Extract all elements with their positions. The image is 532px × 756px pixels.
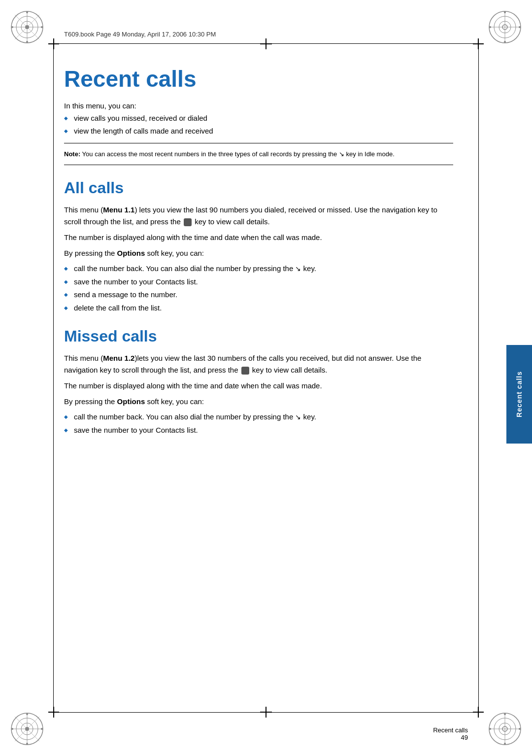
corner-decoration-br — [488, 712, 522, 746]
corner-decoration-tr — [488, 10, 522, 44]
all-calls-bullet-2: save the number to your Contacts list. — [64, 276, 453, 288]
svg-point-18 — [504, 11, 506, 13]
all-calls-para-3: By pressing the Options soft key, you ca… — [64, 247, 453, 259]
svg-point-20 — [489, 26, 491, 28]
top-border-line — [54, 43, 478, 44]
missed-calls-para-3: By pressing the Options soft key, you ca… — [64, 396, 453, 408]
intro-bullet-1: view calls you missed, received or diale… — [64, 113, 453, 124]
svg-point-11 — [41, 26, 43, 28]
footer-label: Recent calls — [433, 726, 468, 734]
svg-point-21 — [519, 26, 521, 28]
section-all-calls: All calls This menu (Menu 1.1) lets you … — [64, 179, 453, 313]
all-calls-para-1: This menu (Menu 1.1) lets you view the l… — [64, 204, 453, 228]
intro-lead: In this menu, you can: — [64, 102, 453, 110]
right-tab-label: Recent calls — [515, 371, 523, 417]
divider-2 — [64, 165, 453, 165]
missed-calls-para-2: The number is displayed along with the t… — [64, 380, 453, 392]
page-title: Recent calls — [64, 67, 453, 92]
section-missed-calls: Missed calls This menu (Menu 1.2)lets yo… — [64, 327, 453, 436]
missed-calls-bullet-1: call the number back. You can also dial … — [64, 412, 453, 423]
intro-section: In this menu, you can: view calls you mi… — [64, 102, 453, 137]
svg-point-33 — [41, 728, 43, 730]
svg-point-41 — [504, 743, 506, 745]
all-calls-bullet-3: send a message to the number. — [64, 289, 453, 301]
intro-bullet-2: view the length of calls made and receiv… — [64, 126, 453, 137]
svg-point-31 — [26, 743, 28, 745]
footer: Recent calls 49 — [433, 726, 468, 741]
bottom-border-line — [54, 712, 478, 713]
missed-calls-bullet-2: save the number to your Contacts list. — [64, 425, 453, 436]
corner-decoration-tl — [10, 10, 44, 44]
svg-point-40 — [504, 713, 506, 715]
all-calls-bullet-4: delete the call from the list. — [64, 303, 453, 314]
svg-point-9 — [26, 41, 28, 43]
header-file-info: T609.book Page 49 Monday, April 17, 2006… — [64, 31, 216, 38]
note-text: You can access the most recent numbers i… — [82, 150, 395, 158]
missed-calls-para-1: This menu (Menu 1.2)lets you view the la… — [64, 352, 453, 376]
all-calls-para-2: The number is displayed along with the t… — [64, 232, 453, 243]
note-box: Note: You can access the most recent num… — [64, 149, 453, 159]
svg-point-8 — [26, 11, 28, 13]
svg-point-10 — [11, 26, 13, 28]
svg-point-30 — [26, 713, 28, 715]
main-content: Recent calls In this menu, you can: view… — [64, 49, 453, 707]
right-border-line — [478, 43, 479, 713]
right-tab: Recent calls — [506, 345, 532, 444]
divider-1 — [64, 143, 453, 143]
section-heading-missed-calls: Missed calls — [64, 327, 453, 345]
all-calls-bullet-1: call the number back. You can also dial … — [64, 263, 453, 275]
svg-point-19 — [504, 41, 506, 43]
svg-point-42 — [489, 728, 491, 730]
svg-point-32 — [11, 728, 13, 730]
note-label: Note: — [64, 150, 80, 158]
svg-point-43 — [519, 728, 521, 730]
left-border-line — [53, 43, 54, 713]
corner-decoration-bl — [10, 712, 44, 746]
footer-page-number: 49 — [433, 734, 468, 741]
section-heading-all-calls: All calls — [64, 179, 453, 197]
